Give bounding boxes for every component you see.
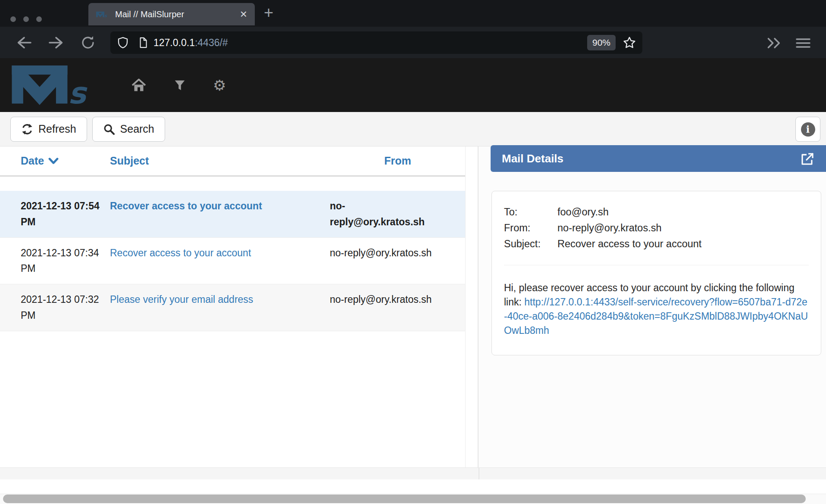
- search-button-label: Search: [120, 123, 154, 135]
- from-value: no-reply@ory.kratos.sh: [557, 220, 809, 236]
- forward-icon[interactable]: [47, 35, 65, 50]
- column-header-date-label: Date: [21, 155, 44, 167]
- shield-permissions-icon[interactable]: [116, 35, 129, 50]
- window-controls[interactable]: [10, 16, 42, 22]
- row-from: no-reply@ory.kratos.sh: [330, 245, 466, 277]
- overflow-chevrons-icon[interactable]: [765, 37, 784, 49]
- mail-details-title: Mail Details: [502, 152, 563, 165]
- row-date: 2021-12-13 07:34 PM: [0, 245, 110, 277]
- url-text: 127.0.0.1:4436/#: [153, 37, 228, 49]
- open-external-icon[interactable]: [800, 152, 815, 166]
- from-label: From:: [504, 220, 557, 236]
- mailslurper-favicon-icon: [96, 11, 109, 18]
- row-subject-link[interactable]: Please verify your email address: [110, 294, 253, 305]
- info-icon: i: [801, 122, 815, 137]
- refresh-button[interactable]: Refresh: [10, 117, 87, 142]
- row-subject-link[interactable]: Recover access to your account: [110, 247, 251, 258]
- detail-to-row: To: foo@ory.sh: [504, 204, 809, 220]
- page-bottom-gap: [0, 479, 826, 494]
- mail-list-panel: Date Subject From 2021-12-13 07:54 PM Re…: [0, 146, 479, 467]
- settings-gear-icon[interactable]: ⚙: [213, 77, 226, 94]
- mailslurper-logo: [10, 65, 101, 105]
- search-icon: [103, 123, 115, 135]
- info-button[interactable]: i: [795, 117, 820, 142]
- sort-chevron-down-icon: [48, 157, 59, 165]
- back-icon[interactable]: [16, 35, 33, 50]
- mail-list-header-row: Date Subject From: [0, 146, 466, 177]
- details-divider: [504, 265, 809, 265]
- row-from: no-reply@ory.kratos.sh: [330, 198, 466, 230]
- row-from: no-reply@ory.kratos.sh: [330, 292, 466, 324]
- main-content: Date Subject From 2021-12-13 07:54 PM Re…: [0, 146, 826, 467]
- browser-navbar: 127.0.0.1:4436/# 90%: [0, 27, 826, 58]
- mailslurper-header: ⚙: [0, 58, 826, 112]
- browser-tab[interactable]: Mail // MailSlurper ×: [88, 3, 255, 25]
- detail-subject-row: Subject: Recover access to your account: [504, 236, 809, 252]
- subject-label: Subject:: [504, 236, 557, 252]
- refresh-button-label: Refresh: [38, 123, 76, 135]
- app-toolbar: Refresh Search i: [0, 112, 826, 146]
- row-subject-link[interactable]: Recover access to your account: [110, 200, 262, 212]
- recovery-link[interactable]: http://127.0.0.1:4433/self-service/recov…: [504, 296, 808, 336]
- browser-window: Mail // MailSlurper × + 127.0.0.1:4436/#…: [0, 0, 826, 504]
- row-date: 2021-12-13 07:54 PM: [0, 198, 110, 230]
- page-info-icon[interactable]: [137, 35, 149, 50]
- detail-from-row: From: no-reply@ory.kratos.sh: [504, 220, 809, 236]
- panel-footer-strip: [0, 467, 826, 479]
- bookmark-star-icon[interactable]: [623, 36, 636, 50]
- column-header-date[interactable]: Date: [0, 155, 110, 167]
- reload-icon[interactable]: [80, 35, 96, 50]
- tab-strip: Mail // MailSlurper × +: [0, 0, 826, 27]
- mail-list-body: 2021-12-13 07:54 PM Recover access to yo…: [0, 191, 466, 331]
- url-bar[interactable]: 127.0.0.1:4436/# 90%: [110, 31, 642, 54]
- mail-details-card: To: foo@ory.sh From: no-reply@ory.kratos…: [491, 191, 821, 355]
- refresh-icon: [21, 123, 33, 135]
- table-row[interactable]: 2021-12-13 07:34 PM Recover access to yo…: [0, 238, 466, 285]
- to-value: foo@ory.sh: [557, 204, 809, 220]
- subject-value: Recover access to your account: [557, 236, 809, 252]
- table-row[interactable]: 2021-12-13 07:32 PM Please verify your e…: [0, 284, 466, 331]
- column-header-from[interactable]: From: [330, 155, 466, 167]
- horizontal-scrollbar-thumb[interactable]: [3, 495, 806, 503]
- horizontal-scrollbar: [0, 494, 826, 504]
- mail-body: Hi, please recover access to your accoun…: [504, 281, 809, 338]
- mail-details-panel: Mail Details To: foo@ory.sh From: no-rep…: [479, 146, 826, 467]
- column-header-subject[interactable]: Subject: [110, 155, 330, 167]
- home-icon[interactable]: [131, 78, 147, 93]
- menu-hamburger-icon[interactable]: [795, 37, 811, 49]
- filter-icon[interactable]: [173, 79, 186, 92]
- table-row[interactable]: 2021-12-13 07:54 PM Recover access to yo…: [0, 191, 466, 238]
- new-tab-button[interactable]: +: [264, 4, 273, 21]
- tab-title: Mail // MailSlurper: [115, 9, 231, 19]
- row-date: 2021-12-13 07:32 PM: [0, 292, 110, 324]
- tab-close-icon[interactable]: ×: [240, 8, 247, 20]
- mail-details-header: Mail Details: [491, 145, 826, 172]
- search-button[interactable]: Search: [92, 117, 165, 142]
- zoom-level-badge[interactable]: 90%: [587, 35, 616, 50]
- to-label: To:: [504, 204, 557, 220]
